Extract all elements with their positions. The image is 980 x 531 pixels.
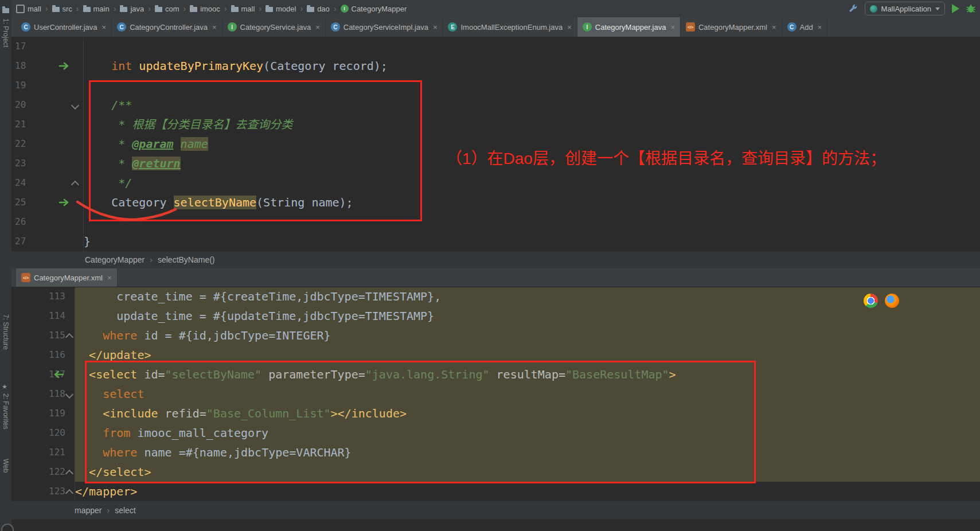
- code-line[interactable]: <include refid="Base_Column_List"></incl…: [75, 404, 980, 423]
- tab-label: Add: [800, 23, 813, 32]
- gutter-line: 114: [11, 306, 75, 326]
- folder-icon: [231, 7, 239, 12]
- code-token: */: [84, 176, 132, 190]
- breadcrumb-item-dao[interactable]: dao: [306, 4, 331, 14]
- code-line[interactable]: create_time = #{createTime,jdbcType=TIME…: [75, 287, 980, 306]
- code-line[interactable]: [84, 212, 980, 232]
- java-code-area[interactable]: int updateByPrimaryKey(Category record);…: [84, 37, 980, 251]
- code-token: <select: [89, 368, 137, 381]
- debug-button[interactable]: [966, 4, 975, 14]
- code-line[interactable]: /**: [84, 95, 980, 115]
- code-token: }: [84, 235, 91, 248]
- code-token: * 根据【分类目录名】去查询分类: [84, 118, 292, 131]
- fold-marker-icon[interactable]: [71, 181, 79, 189]
- toolwindow-favorites[interactable]: 2: Favorites: [2, 393, 10, 430]
- code-line[interactable]: int updateByPrimaryKey(Category record);: [84, 56, 980, 76]
- tab-categoryserviceimpl-java[interactable]: CCategoryServiceImpl.java×: [326, 17, 443, 37]
- chevron-right-icon: ›: [333, 4, 337, 13]
- chrome-icon[interactable]: [864, 294, 878, 308]
- tab-categorycontroller-java[interactable]: CCategoryController.java×: [112, 17, 222, 37]
- breadcrumb-label: CategoryMapper: [352, 5, 407, 13]
- code-line[interactable]: [84, 76, 980, 95]
- code-line[interactable]: update_time = #{updateTime,jdbcType=TIME…: [75, 306, 980, 326]
- breadcrumb-item-mall[interactable]: mall: [230, 4, 256, 14]
- chevron-right-icon: ›: [76, 4, 80, 13]
- close-icon[interactable]: ×: [315, 23, 320, 32]
- tab-categoryservice-java[interactable]: ICategoryService.java×: [222, 17, 326, 37]
- breadcrumb-label: src: [63, 5, 72, 13]
- code-token: id = #{id,jdbcType=INTEGER}: [137, 329, 330, 342]
- breadcrumb-item-java[interactable]: java: [119, 4, 145, 14]
- toolwindow-switcher-icon[interactable]: [1, 524, 14, 531]
- code-token: where: [103, 446, 137, 459]
- code-line[interactable]: select: [75, 384, 980, 404]
- nav-arrow-right-icon[interactable]: [58, 62, 70, 70]
- browser-preview-bar: [864, 294, 899, 308]
- code-line[interactable]: </select>: [75, 462, 980, 482]
- toolwindow-structure[interactable]: 7: Structure: [2, 314, 10, 350]
- code-line[interactable]: where id = #{id,jdbcType=INTEGER}: [75, 326, 980, 345]
- xml-editor[interactable]: 113114115116117118119120121122123 create…: [11, 287, 980, 501]
- code-line[interactable]: */: [84, 173, 980, 193]
- code-token: >: [669, 368, 676, 381]
- code-line[interactable]: </mapper>: [75, 482, 980, 501]
- breadcrumb-label: imooc: [200, 5, 220, 13]
- run-config-selector[interactable]: MallApplication: [865, 2, 945, 15]
- close-icon[interactable]: ×: [818, 23, 822, 32]
- code-line[interactable]: Category selectByName(String name);: [84, 193, 980, 212]
- breadcrumb-item-main[interactable]: main: [82, 4, 111, 14]
- breadcrumb-item-categorymapper[interactable]: CategoryMapper: [85, 255, 145, 264]
- code-token: updateByPrimaryKey: [139, 59, 263, 73]
- chevron-right-icon: ›: [149, 255, 153, 264]
- code-token: [174, 137, 181, 151]
- breadcrumb-item-mall[interactable]: mall: [15, 4, 42, 14]
- tab-categorymapper-java[interactable]: ICategoryMapper.java×: [577, 17, 681, 37]
- tab-usercontroller-java[interactable]: CUserController.java×: [16, 17, 112, 37]
- tab-add[interactable]: CAdd×: [782, 17, 828, 37]
- xml-file-icon: </>: [21, 273, 30, 282]
- close-icon[interactable]: ×: [433, 23, 438, 32]
- breadcrumb-item-imooc[interactable]: imooc: [189, 4, 221, 14]
- xml-code-area[interactable]: create_time = #{createTime,jdbcType=TIME…: [75, 287, 980, 501]
- breadcrumb-item-categorymapper[interactable]: ICategoryMapper: [339, 4, 408, 14]
- line-number: 120: [11, 423, 75, 443]
- fold-marker-icon[interactable]: [71, 101, 79, 110]
- toolwindow-web[interactable]: Web: [2, 459, 10, 473]
- breadcrumb-item-com[interactable]: com: [154, 4, 181, 14]
- breadcrumb-item-mapper[interactable]: mapper: [75, 506, 101, 515]
- code-line[interactable]: [84, 37, 980, 56]
- code-line[interactable]: from imooc_mall_category: [75, 423, 980, 443]
- tab-categorymapper-xml[interactable]: </>CategoryMapper.xml×: [681, 17, 782, 37]
- tab-imoocmallexceptionenum-java[interactable]: EImoocMallExceptionEnum.java×: [443, 17, 577, 37]
- breadcrumb-item-src[interactable]: src: [51, 4, 73, 14]
- code-line[interactable]: }: [84, 232, 980, 251]
- breadcrumb: mall›src›main›java›com›imooc›mall›model›…: [15, 4, 408, 14]
- code-line[interactable]: * 根据【分类目录名】去查询分类: [84, 115, 980, 134]
- gutter-line: 120: [11, 423, 75, 443]
- code-line[interactable]: where name =#{name,jdbcType=VARCHAR}: [75, 443, 980, 462]
- nav-arrow-right-icon[interactable]: [58, 198, 70, 206]
- tab-categorymapper-xml[interactable]: </> CategoryMapper.xml ×: [16, 268, 118, 287]
- wrench-icon[interactable]: [848, 3, 858, 14]
- toolwindow-project[interactable]: 1: Project: [2, 18, 10, 48]
- breadcrumb-item-selectbyname-[interactable]: selectByName(): [158, 255, 215, 264]
- breadcrumb-item-model[interactable]: model: [264, 4, 297, 14]
- code-line[interactable]: <select id="selectByName" parameterType=…: [75, 365, 980, 384]
- line-number: 117: [11, 365, 75, 384]
- nav-arrow-left-icon[interactable]: [53, 370, 64, 378]
- close-icon[interactable]: ×: [772, 23, 776, 32]
- close-icon[interactable]: ×: [567, 23, 572, 32]
- close-icon[interactable]: ×: [102, 23, 107, 32]
- close-icon[interactable]: ×: [107, 274, 112, 282]
- code-line[interactable]: </update>: [75, 345, 980, 365]
- run-button[interactable]: [952, 4, 959, 13]
- line-number: 21: [11, 119, 26, 130]
- code-token: select: [103, 387, 144, 401]
- code-token: id=: [144, 368, 165, 381]
- breadcrumb-item-select[interactable]: select: [115, 506, 136, 515]
- firefox-icon[interactable]: [885, 294, 899, 308]
- close-icon[interactable]: ×: [670, 23, 675, 32]
- code-token: "Base_Column_List": [206, 407, 331, 420]
- close-icon[interactable]: ×: [212, 23, 217, 32]
- code-token: *: [84, 137, 132, 151]
